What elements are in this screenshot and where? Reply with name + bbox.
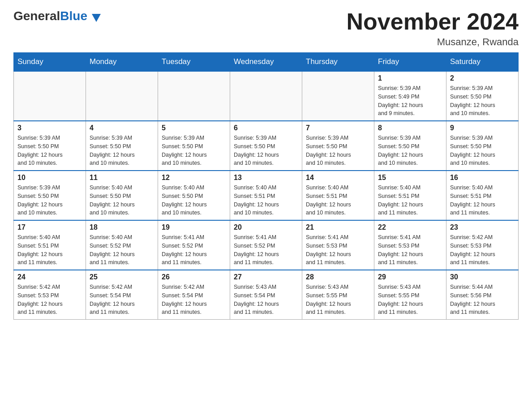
day-number: 10 (17, 174, 82, 182)
logo-text: General Blue (13, 9, 101, 23)
calendar-cell (14, 71, 86, 121)
day-info: Sunrise: 5:41 AM Sunset: 5:53 PM Dayligh… (378, 233, 442, 267)
day-info: Sunrise: 5:43 AM Sunset: 5:55 PM Dayligh… (306, 283, 370, 317)
calendar-week-4: 17Sunrise: 5:40 AM Sunset: 5:51 PM Dayli… (14, 220, 519, 270)
calendar-cell: 15Sunrise: 5:40 AM Sunset: 5:51 PM Dayli… (374, 171, 446, 220)
day-number: 8 (378, 124, 442, 132)
calendar-cell: 29Sunrise: 5:43 AM Sunset: 5:55 PM Dayli… (374, 270, 446, 320)
day-number: 2 (450, 74, 515, 82)
day-number: 11 (90, 174, 154, 182)
day-info: Sunrise: 5:39 AM Sunset: 5:50 PM Dayligh… (17, 134, 82, 167)
day-info: Sunrise: 5:39 AM Sunset: 5:50 PM Dayligh… (450, 134, 515, 167)
calendar-week-2: 3Sunrise: 5:39 AM Sunset: 5:50 PM Daylig… (14, 121, 519, 171)
calendar-cell: 21Sunrise: 5:41 AM Sunset: 5:53 PM Dayli… (302, 220, 374, 270)
day-number: 13 (234, 174, 298, 182)
day-number: 28 (306, 273, 370, 281)
day-number: 24 (17, 273, 82, 281)
day-info: Sunrise: 5:41 AM Sunset: 5:53 PM Dayligh… (306, 233, 370, 267)
calendar-cell: 4Sunrise: 5:39 AM Sunset: 5:50 PM Daylig… (86, 121, 158, 171)
day-number: 27 (234, 273, 298, 281)
day-info: Sunrise: 5:39 AM Sunset: 5:50 PM Dayligh… (450, 84, 515, 118)
day-info: Sunrise: 5:41 AM Sunset: 5:52 PM Dayligh… (162, 233, 226, 267)
day-number: 6 (234, 124, 298, 132)
calendar-cell: 22Sunrise: 5:41 AM Sunset: 5:53 PM Dayli… (374, 220, 446, 270)
day-info: Sunrise: 5:39 AM Sunset: 5:50 PM Dayligh… (17, 184, 82, 217)
calendar-cell: 24Sunrise: 5:42 AM Sunset: 5:53 PM Dayli… (14, 270, 86, 320)
location-subtitle: Musanze, Rwanda (347, 36, 519, 48)
calendar-cell: 20Sunrise: 5:41 AM Sunset: 5:52 PM Dayli… (230, 220, 302, 270)
day-info: Sunrise: 5:40 AM Sunset: 5:50 PM Dayligh… (90, 184, 154, 217)
calendar-cell (230, 71, 302, 121)
day-info: Sunrise: 5:42 AM Sunset: 5:54 PM Dayligh… (90, 283, 154, 317)
day-info: Sunrise: 5:42 AM Sunset: 5:53 PM Dayligh… (17, 283, 82, 317)
month-title: November 2024 (347, 9, 519, 34)
day-number: 21 (306, 223, 370, 231)
day-number: 25 (90, 273, 154, 281)
day-number: 20 (234, 223, 298, 231)
calendar-cell: 3Sunrise: 5:39 AM Sunset: 5:50 PM Daylig… (14, 121, 86, 171)
calendar-cell: 17Sunrise: 5:40 AM Sunset: 5:51 PM Dayli… (14, 220, 86, 270)
calendar-cell: 1Sunrise: 5:39 AM Sunset: 5:49 PM Daylig… (374, 71, 446, 121)
calendar-cell: 23Sunrise: 5:42 AM Sunset: 5:53 PM Dayli… (446, 220, 519, 270)
calendar-cell: 13Sunrise: 5:40 AM Sunset: 5:51 PM Dayli… (230, 171, 302, 220)
calendar-header-saturday: Saturday (446, 53, 519, 72)
calendar-header-friday: Friday (374, 53, 446, 72)
calendar-cell: 19Sunrise: 5:41 AM Sunset: 5:52 PM Dayli… (158, 220, 230, 270)
day-info: Sunrise: 5:40 AM Sunset: 5:52 PM Dayligh… (90, 233, 154, 267)
day-info: Sunrise: 5:40 AM Sunset: 5:50 PM Dayligh… (162, 184, 226, 217)
day-info: Sunrise: 5:39 AM Sunset: 5:50 PM Dayligh… (234, 134, 298, 167)
day-number: 14 (306, 174, 370, 182)
day-info: Sunrise: 5:44 AM Sunset: 5:56 PM Dayligh… (450, 283, 515, 317)
day-info: Sunrise: 5:39 AM Sunset: 5:50 PM Dayligh… (162, 134, 226, 167)
calendar-cell: 18Sunrise: 5:40 AM Sunset: 5:52 PM Dayli… (86, 220, 158, 270)
day-number: 1 (378, 74, 442, 82)
day-number: 7 (306, 124, 370, 132)
calendar-cell: 16Sunrise: 5:40 AM Sunset: 5:51 PM Dayli… (446, 171, 519, 220)
day-info: Sunrise: 5:40 AM Sunset: 5:51 PM Dayligh… (17, 233, 82, 267)
day-info: Sunrise: 5:40 AM Sunset: 5:51 PM Dayligh… (378, 184, 442, 217)
day-number: 18 (90, 223, 154, 231)
calendar-header-tuesday: Tuesday (158, 53, 230, 72)
day-info: Sunrise: 5:41 AM Sunset: 5:52 PM Dayligh… (234, 233, 298, 267)
day-info: Sunrise: 5:43 AM Sunset: 5:55 PM Dayligh… (378, 283, 442, 317)
calendar-cell: 28Sunrise: 5:43 AM Sunset: 5:55 PM Dayli… (302, 270, 374, 320)
calendar-cell: 26Sunrise: 5:42 AM Sunset: 5:54 PM Dayli… (158, 270, 230, 320)
title-area: November 2024 Musanze, Rwanda (347, 9, 519, 48)
calendar-week-1: 1Sunrise: 5:39 AM Sunset: 5:49 PM Daylig… (14, 71, 519, 121)
day-info: Sunrise: 5:43 AM Sunset: 5:54 PM Dayligh… (234, 283, 298, 317)
logo-triangle-icon (92, 14, 101, 22)
calendar-cell: 9Sunrise: 5:39 AM Sunset: 5:50 PM Daylig… (446, 121, 519, 171)
day-info: Sunrise: 5:39 AM Sunset: 5:49 PM Dayligh… (378, 84, 442, 118)
calendar-header-row: SundayMondayTuesdayWednesdayThursdayFrid… (14, 53, 519, 72)
day-number: 29 (378, 273, 442, 281)
calendar-week-3: 10Sunrise: 5:39 AM Sunset: 5:50 PM Dayli… (14, 171, 519, 220)
calendar-header-thursday: Thursday (302, 53, 374, 72)
day-info: Sunrise: 5:40 AM Sunset: 5:51 PM Dayligh… (450, 184, 515, 217)
day-info: Sunrise: 5:39 AM Sunset: 5:50 PM Dayligh… (378, 134, 442, 167)
day-number: 12 (162, 174, 226, 182)
day-number: 17 (17, 223, 82, 231)
calendar-cell: 30Sunrise: 5:44 AM Sunset: 5:56 PM Dayli… (446, 270, 519, 320)
calendar-cell: 10Sunrise: 5:39 AM Sunset: 5:50 PM Dayli… (14, 171, 86, 220)
calendar-cell: 11Sunrise: 5:40 AM Sunset: 5:50 PM Dayli… (86, 171, 158, 220)
calendar-cell: 5Sunrise: 5:39 AM Sunset: 5:50 PM Daylig… (158, 121, 230, 171)
day-info: Sunrise: 5:42 AM Sunset: 5:53 PM Dayligh… (450, 233, 515, 267)
calendar-cell: 7Sunrise: 5:39 AM Sunset: 5:50 PM Daylig… (302, 121, 374, 171)
calendar-header-wednesday: Wednesday (230, 53, 302, 72)
day-number: 3 (17, 124, 82, 132)
calendar-cell (158, 71, 230, 121)
calendar-cell: 8Sunrise: 5:39 AM Sunset: 5:50 PM Daylig… (374, 121, 446, 171)
day-number: 4 (90, 124, 154, 132)
logo-blue-text: Blue (60, 9, 100, 23)
calendar-header-monday: Monday (86, 53, 158, 72)
day-info: Sunrise: 5:39 AM Sunset: 5:50 PM Dayligh… (306, 134, 370, 167)
day-number: 5 (162, 124, 226, 132)
calendar-cell: 12Sunrise: 5:40 AM Sunset: 5:50 PM Dayli… (158, 171, 230, 220)
calendar-cell: 27Sunrise: 5:43 AM Sunset: 5:54 PM Dayli… (230, 270, 302, 320)
day-number: 9 (450, 124, 515, 132)
day-number: 19 (162, 223, 226, 231)
calendar-cell: 25Sunrise: 5:42 AM Sunset: 5:54 PM Dayli… (86, 270, 158, 320)
calendar-cell: 2Sunrise: 5:39 AM Sunset: 5:50 PM Daylig… (446, 71, 519, 121)
day-info: Sunrise: 5:40 AM Sunset: 5:51 PM Dayligh… (306, 184, 370, 217)
logo: General Blue (13, 9, 101, 23)
